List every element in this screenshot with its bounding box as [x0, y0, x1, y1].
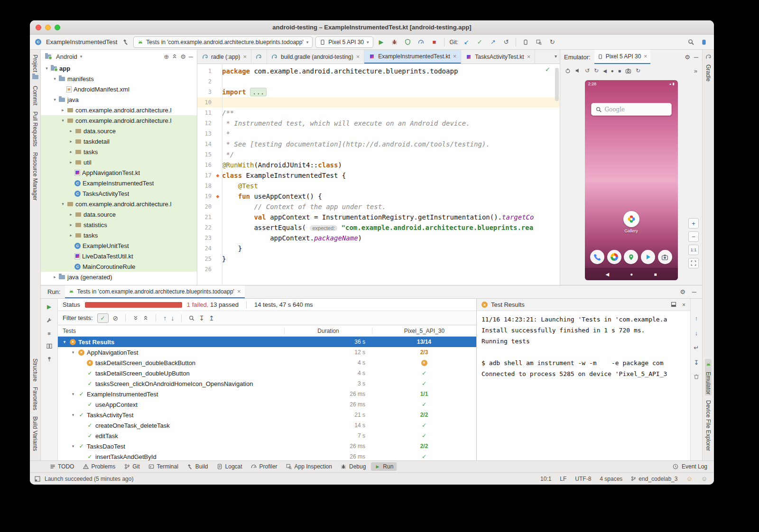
tree-item-tasksactivitytest[interactable]: CTasksActivityTest — [41, 188, 197, 199]
rotate-right-icon[interactable]: ↻ — [594, 67, 599, 74]
line-separator[interactable]: LF — [560, 476, 566, 482]
tree-item-tasks[interactable]: ▸tasks — [41, 147, 197, 157]
chevron-down-icon[interactable]: ▾ — [70, 413, 76, 417]
scroll-down-icon[interactable]: ↓ — [695, 330, 698, 337]
build-hammer-icon[interactable] — [120, 37, 130, 47]
test-row-useappcontext[interactable]: ✓useAppContext26 ms✓ — [58, 399, 476, 410]
chevron-right-icon[interactable]: ▸ — [68, 149, 74, 154]
google-search-widget[interactable]: Google — [591, 103, 672, 116]
tool-button-logcat[interactable]: Logcat — [213, 462, 246, 471]
tree-item-appnavigationtest-kt[interactable]: AppNavigationTest.kt — [41, 167, 197, 178]
file-encoding[interactable]: UTF-8 — [575, 476, 591, 482]
run-configuration-select[interactable]: Tests in 'com.example.android.architectu… — [133, 37, 313, 48]
tree-item-statistics[interactable]: ▸statistics — [41, 220, 197, 230]
test-row-test-results[interactable]: ▾×Test Results36 s13/14 — [58, 337, 476, 347]
nav-home-icon[interactable]: ● — [630, 272, 633, 277]
zoom-out-button[interactable]: − — [688, 231, 699, 242]
test-row-appnavigationtest[interactable]: ▾×AppNavigationTest12 s2/3 — [58, 347, 476, 358]
code-line-22[interactable]: 22 assertEquals( expected: "com.example.… — [197, 222, 560, 233]
close-icon[interactable]: × — [237, 288, 241, 295]
status-message[interactable]: Launch succeeded (5 minutes ago) — [45, 476, 133, 482]
chevron-right-icon[interactable]: ▸ — [68, 212, 74, 217]
run-button[interactable]: ▶ — [376, 37, 387, 47]
scroll-up-icon[interactable]: ↑ — [695, 315, 698, 322]
close-icon[interactable]: × — [682, 302, 685, 308]
code-line-15[interactable]: 15 */ — [197, 149, 560, 160]
code-line-13[interactable]: 13 * — [197, 128, 560, 139]
chevron-right-icon[interactable]: ▸ — [68, 139, 74, 144]
editor-tab-build-gradle-android-testing[interactable]: build.gradle (android-testing)× — [267, 50, 364, 64]
tree-item-com-example-android-architecture-l[interactable]: ▸com.example.android.architecture.l — [41, 105, 197, 115]
stop-icon[interactable]: ■ — [618, 68, 621, 73]
gallery-app-shortcut[interactable]: Gallery — [623, 211, 639, 233]
clear-console-icon[interactable] — [694, 374, 699, 379]
close-tab-icon[interactable]: × — [527, 53, 531, 60]
chevron-right-icon[interactable]: ▸ — [60, 108, 66, 112]
pin-icon[interactable] — [46, 356, 52, 362]
locate-file-icon[interactable]: ⊕ — [164, 53, 169, 60]
debug-button[interactable] — [389, 37, 400, 47]
chevron-down-icon[interactable]: ▾ — [60, 118, 66, 123]
editor-tab-tasksactivitytest-kt[interactable]: TasksActivityTest.kt× — [461, 50, 535, 64]
inspection-ok-icon[interactable]: ✓ — [545, 66, 550, 73]
volume-icon[interactable] — [575, 68, 581, 73]
show-passed-toggle[interactable]: ✓ — [97, 313, 109, 323]
gear-icon[interactable]: ⚙ — [180, 53, 186, 60]
tree-item-java[interactable]: ▾java — [41, 94, 197, 105]
test-history-icon[interactable] — [189, 315, 194, 321]
code-line-14[interactable]: 14 * See [testing documentation](http://… — [197, 139, 560, 149]
tool-window-toggle-icon[interactable] — [35, 476, 40, 482]
tree-item-maincoroutinerule[interactable]: CMainCoroutineRule — [41, 261, 197, 272]
gear-icon[interactable]: ⚙ — [680, 288, 685, 295]
reader-mode-icon[interactable]: ☺ — [701, 475, 707, 482]
tree-item-tasks[interactable]: ▸tasks — [41, 230, 197, 240]
code-line-19[interactable]: 19◆ fun useAppContext() { — [197, 191, 560, 202]
tree-item-androidmanifest-xml[interactable]: MAndroidManifest.xml — [41, 84, 197, 94]
nav-back-icon[interactable]: ◀ — [606, 272, 610, 277]
scroll-to-end-icon[interactable]: ↧ — [694, 359, 699, 366]
editor-tab-gradle-icon[interactable] — [251, 50, 267, 64]
dock-phone-icon[interactable] — [590, 250, 604, 264]
screenshot-camera-icon[interactable] — [625, 68, 631, 74]
tool-button-app-inspection[interactable]: App Inspection — [283, 462, 335, 471]
test-row-exampleinstrumentedtest[interactable]: ▾✓ExampleInstrumentedTest26 ms1/1 — [58, 389, 476, 399]
gradle-sync-icon[interactable]: ↻ — [547, 37, 557, 47]
import-results-icon[interactable]: ↧ — [199, 314, 204, 322]
rerun-button[interactable]: ▶ — [47, 303, 51, 310]
editor-tab-radle-app[interactable]: radle (:app)× — [197, 50, 251, 64]
sidebar-item-resource-manager[interactable]: Resource Manager — [32, 147, 38, 202]
code-line-10[interactable]: 10 — [197, 97, 560, 108]
test-run-marker-icon[interactable]: ◆ — [213, 194, 222, 199]
rotate-left-icon[interactable]: ↺ — [585, 67, 590, 74]
soft-wrap-icon[interactable]: ↵ — [694, 344, 699, 351]
hide-panel-icon[interactable]: ─ — [692, 288, 696, 295]
hide-panel-icon[interactable]: ─ — [189, 53, 193, 60]
zoom-button[interactable] — [55, 25, 60, 30]
code-line-21[interactable]: 21 val appContext = InstrumentationRegis… — [197, 212, 560, 222]
record-icon[interactable]: ● — [611, 68, 614, 73]
profiler-button[interactable] — [416, 37, 426, 47]
run-tab[interactable]: Tests in 'com.example.android.architectu… — [65, 285, 244, 298]
emulator-device-tab[interactable]: Pixel 5 API 30 × — [594, 50, 651, 64]
test-row-createonetask-deletetask[interactable]: ✓createOneTask_deleteTask14 s✓ — [58, 420, 476, 431]
close-tab-icon[interactable]: × — [453, 53, 457, 60]
minimize-button[interactable] — [45, 25, 51, 30]
show-ignored-toggle[interactable]: ⊘ — [113, 314, 119, 322]
rerun-failed-button[interactable] — [46, 317, 52, 323]
test-row-taskdetailscreen-doubleupbutton[interactable]: ✓taskDetailScreen_doubleUpButton4 s✓ — [58, 368, 476, 378]
tree-item-com-example-android-architecture-l[interactable]: ▾com.example.android.architecture.l — [41, 199, 197, 209]
sidebar-item-emulator[interactable]: Emulator — [705, 359, 712, 395]
test-row-edittask[interactable]: ✓editTask7 s✓ — [58, 431, 476, 441]
expand-all-icon[interactable] — [133, 315, 139, 321]
tool-button-debug[interactable]: Debug — [337, 462, 369, 471]
code-line-24[interactable]: 24 } — [197, 243, 560, 254]
chevron-right-icon[interactable]: ▸ — [68, 233, 74, 238]
collapse-all-icon[interactable] — [143, 315, 148, 321]
sidebar-item-build-variants[interactable]: Build Variants — [32, 412, 38, 452]
code-line-23[interactable]: 23 appContext.packageName) — [197, 233, 560, 243]
caret-position[interactable]: 10:1 — [540, 476, 551, 482]
hide-panel-icon[interactable]: ─ — [694, 54, 698, 61]
back-icon[interactable]: ◀ — [603, 68, 607, 73]
tool-button-build[interactable]: Build — [184, 462, 212, 471]
code-line-16[interactable]: 16@RunWith(AndroidJUnit4::class) — [197, 160, 560, 170]
